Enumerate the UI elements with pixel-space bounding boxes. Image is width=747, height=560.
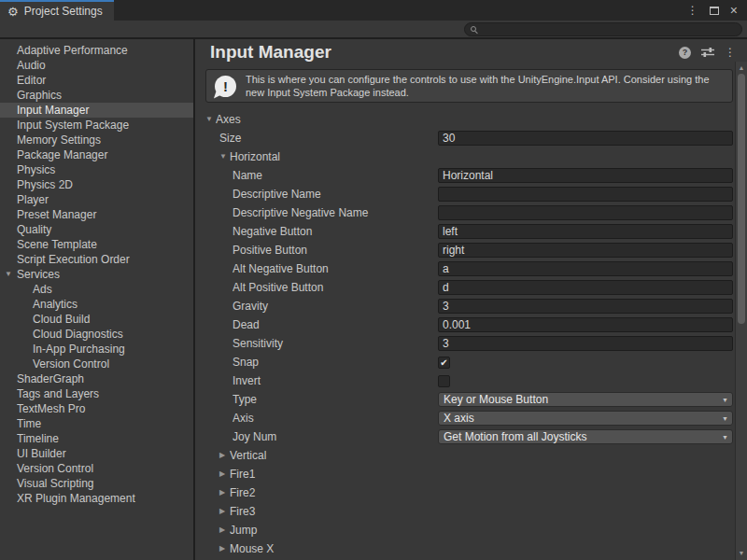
sidebar-item-memory-settings[interactable]: Memory Settings [0, 133, 193, 147]
sidebar-item-in-app-purchasing[interactable]: In-App Purchasing [0, 342, 193, 357]
sidebar-item-analytics[interactable]: Analytics [0, 297, 193, 312]
property-label: Mouse X [230, 542, 733, 555]
axis-dropdown[interactable]: X axis▼ [438, 411, 733, 426]
descriptive-name-field[interactable] [438, 187, 733, 202]
sidebar-item-tags-and-layers[interactable]: Tags and Layers [0, 386, 193, 401]
foldout-closed-icon[interactable]: ▶ [219, 526, 230, 534]
sidebar-item-shadergraph[interactable]: ShaderGraph [0, 371, 193, 386]
sidebar-item-quality[interactable]: Quality [0, 222, 193, 237]
foldout-closed-icon[interactable]: ▶ [219, 470, 230, 478]
sidebar-item-audio[interactable]: Audio [0, 58, 193, 73]
property-value [438, 280, 733, 295]
sidebar-item-adaptive-performance[interactable]: Adaptive Performance [0, 43, 193, 58]
property-value [438, 168, 733, 183]
sidebar-item-version-control[interactable]: Version Control [0, 461, 193, 476]
property-value: ✔ [438, 357, 733, 369]
vertical-scrollbar[interactable]: ▲ ▼ [735, 62, 747, 560]
dropdown-value: Get Motion from all Joysticks [444, 430, 722, 443]
alt-positive-button-field[interactable] [438, 280, 733, 295]
name-field[interactable] [438, 168, 733, 183]
sidebar-item-xr-plugin-management[interactable]: XR Plugin Management [0, 491, 193, 506]
sidebar-item-time[interactable]: Time [0, 416, 193, 431]
settings-toolbar [0, 21, 747, 39]
property-row-fire3[interactable]: ▶Fire3 [195, 502, 735, 521]
snap-checkbox[interactable]: ✔ [438, 357, 450, 369]
invert-checkbox[interactable] [438, 375, 450, 387]
foldout-open-icon[interactable]: ▼ [219, 153, 230, 161]
sidebar-item-input-system-package[interactable]: Input System Package [0, 118, 193, 133]
alt-negative-button-field[interactable] [438, 261, 733, 276]
presets-icon[interactable] [701, 47, 714, 58]
gravity-field[interactable] [438, 299, 733, 314]
property-row-jump[interactable]: ▶Jump [195, 521, 735, 539]
axes-property-list: ▼AxesSize▼HorizontalNameDescriptive Name… [195, 110, 735, 558]
foldout-closed-icon[interactable]: ▶ [219, 545, 230, 553]
property-row-fire1[interactable]: ▶Fire1 [195, 465, 735, 483]
sidebar-item-input-manager[interactable]: Input Manager [0, 103, 193, 118]
sidebar-item-cloud-build[interactable]: Cloud Build [0, 312, 193, 327]
sidebar-item-textmesh-pro[interactable]: TextMesh Pro [0, 401, 193, 416]
property-value [438, 187, 733, 202]
sidebar-item-scene-template[interactable]: Scene Template [0, 237, 193, 252]
property-row-fire2[interactable]: ▶Fire2 [195, 483, 735, 502]
sidebar-item-preset-manager[interactable]: Preset Manager [0, 207, 193, 222]
foldout-closed-icon[interactable]: ▶ [219, 452, 230, 459]
sensitivity-field[interactable] [438, 336, 733, 351]
property-label: Sensitivity [233, 337, 438, 350]
sidebar-item-label: TextMesh Pro [17, 402, 85, 415]
sidebar-item-ads[interactable]: Ads [0, 282, 193, 297]
sidebar-item-label: Tags and Layers [17, 387, 99, 400]
property-row-mouse-x[interactable]: ▶Mouse X [195, 539, 735, 558]
foldout-open-icon[interactable]: ▼ [5, 267, 12, 282]
sidebar-item-version-control[interactable]: Version Control [0, 357, 193, 371]
sidebar-item-services[interactable]: ▼Services [0, 267, 193, 282]
tab-project-settings[interactable]: ⚙ Project Settings [0, 0, 114, 21]
foldout-closed-icon[interactable]: ▶ [219, 489, 230, 497]
sidebar-item-ui-builder[interactable]: UI Builder [0, 446, 193, 461]
property-row-axes[interactable]: ▼Axes [195, 110, 735, 129]
property-label: Alt Negative Button [233, 262, 438, 275]
foldout-closed-icon[interactable]: ▶ [219, 508, 230, 515]
sidebar-item-player[interactable]: Player [0, 192, 193, 207]
scroll-up-icon[interactable]: ▲ [736, 63, 747, 74]
foldout-open-icon[interactable]: ▼ [205, 116, 216, 123]
property-value [438, 336, 733, 351]
property-label: Name [233, 169, 438, 182]
joy-num-dropdown[interactable]: Get Motion from all Joysticks▼ [438, 429, 733, 444]
property-row-positive-button: Positive Button [195, 241, 735, 259]
search-box[interactable] [464, 22, 742, 36]
close-icon[interactable]: × [730, 4, 738, 17]
panel-menu-icon[interactable]: ⋮ [725, 46, 736, 59]
sidebar-item-editor[interactable]: Editor [0, 73, 193, 88]
sidebar-item-label: ShaderGraph [17, 372, 84, 385]
type-dropdown[interactable]: Key or Mouse Button▼ [438, 392, 733, 407]
sidebar-item-visual-scripting[interactable]: Visual Scripting [0, 476, 193, 491]
chevron-down-icon: ▼ [722, 434, 728, 441]
sidebar-item-graphics[interactable]: Graphics [0, 88, 193, 103]
scrollbar-thumb[interactable] [738, 74, 745, 324]
sidebar-item-package-manager[interactable]: Package Manager [0, 147, 193, 162]
sidebar-item-physics-2d[interactable]: Physics 2D [0, 177, 193, 192]
sidebar-item-physics[interactable]: Physics [0, 162, 193, 177]
property-value [438, 317, 733, 332]
property-value [438, 224, 733, 239]
negative-button-field[interactable] [438, 224, 733, 239]
size-field[interactable] [438, 131, 733, 146]
property-row-vertical[interactable]: ▶Vertical [195, 446, 735, 465]
property-value [438, 299, 733, 314]
help-icon[interactable]: ? [679, 47, 691, 59]
positive-button-field[interactable] [438, 243, 733, 258]
sidebar-item-cloud-diagnostics[interactable]: Cloud Diagnostics [0, 327, 193, 342]
scroll-down-icon[interactable]: ▼ [736, 548, 747, 559]
descriptive-negative-name-field[interactable] [438, 205, 733, 220]
search-input[interactable] [480, 23, 736, 35]
maximize-icon[interactable] [710, 7, 719, 15]
sidebar-item-script-execution-order[interactable]: Script Execution Order [0, 252, 193, 267]
property-row-horizontal[interactable]: ▼Horizontal [195, 147, 735, 166]
sidebar-item-timeline[interactable]: Timeline [0, 431, 193, 446]
dead-field[interactable] [438, 317, 733, 332]
project-settings-window: ⚙ Project Settings ⋮ × Adaptive Performa… [0, 0, 747, 560]
window-menu-icon[interactable]: ⋮ [687, 5, 698, 16]
sidebar-item-label: Ads [33, 283, 52, 296]
gear-icon: ⚙ [7, 6, 19, 18]
